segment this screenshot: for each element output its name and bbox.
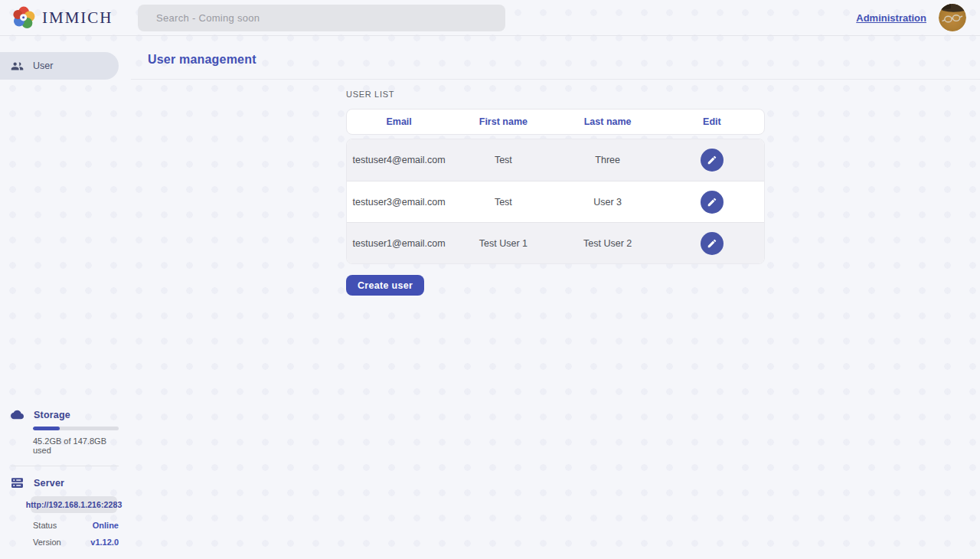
sidebar-footer: Storage 45.2GB of 147.8GB used Ser [0,408,131,559]
status-label: Status [33,521,57,530]
version-label: Version [33,538,61,547]
topbar-right: Administration [856,4,966,31]
pencil-icon [707,155,717,165]
column-header-email: Email [347,116,451,127]
pencil-icon [707,238,717,249]
edit-user-button[interactable] [701,191,724,214]
column-header-first-name: First name [451,116,555,127]
user-list-section: USER LIST Email First name Last name Edi… [346,90,765,296]
table-row: testuser4@email.com Test Three [347,139,764,181]
brand-name: IMMICH [42,8,113,28]
page-header: User management [131,36,980,80]
storage-progress-bar [33,427,119,430]
column-header-edit: Edit [660,116,764,127]
server-url-chip: http://192.168.1.216:2283 [31,496,117,513]
table-row: testuser3@email.com Test User 3 [347,181,764,222]
brand[interactable]: IMMICH [12,6,113,29]
cell-email: testuser3@email.com [347,197,451,208]
edit-user-button[interactable] [701,232,724,255]
column-header-last-name: Last name [556,116,660,127]
version-value: v1.12.0 [90,538,119,547]
cell-first-name: Test [451,197,555,208]
cell-last-name: Three [556,155,660,165]
user-avatar[interactable] [939,4,966,31]
server-status-row: Status Online [33,521,119,530]
search-input[interactable] [138,5,505,31]
status-value: Online [93,521,119,530]
sidebar-divider [11,466,119,466]
cell-last-name: Test User 2 [556,238,660,249]
sidebar-item-user-label: User [33,60,53,71]
administration-link[interactable]: Administration [856,12,926,24]
sidebar-item-user[interactable]: User [0,52,119,80]
cell-email: testuser4@email.com [347,155,451,165]
cell-first-name: Test User 1 [451,238,555,249]
avatar-image [939,4,966,31]
people-icon [11,60,24,73]
page-title: User management [148,53,980,67]
top-navbar: IMMICH Administration [0,0,980,36]
table-row: testuser1@email.com Test User 1 Test Use… [347,222,764,263]
cell-first-name: Test [451,155,555,165]
immich-logo-icon [12,6,35,29]
storage-progress-fill [33,427,60,430]
storage-usage-text: 45.2GB of 147.8GB used [33,436,119,455]
storage-heading: Storage [11,408,119,421]
user-list-label: USER LIST [346,90,765,99]
server-title: Server [34,478,64,489]
server-icon [11,476,24,489]
server-version-row: Version v1.12.0 [33,538,119,547]
create-user-button[interactable]: Create user [346,275,424,296]
main-content: User management USER LIST Email First na… [131,36,980,559]
cell-last-name: User 3 [556,197,660,208]
cloud-icon [11,408,24,421]
server-heading: Server [11,476,119,489]
table-header-row: Email First name Last name Edit [346,109,765,135]
user-table: testuser4@email.com Test Three testuser3… [346,139,765,264]
pencil-icon [707,197,717,208]
cell-email: testuser1@email.com [347,238,451,249]
app-screen: IMMICH Administration [0,0,980,559]
edit-user-button[interactable] [701,149,724,172]
storage-title: Storage [34,410,70,420]
sidebar: User Storage 45.2GB of 147.8GB used [0,36,131,559]
